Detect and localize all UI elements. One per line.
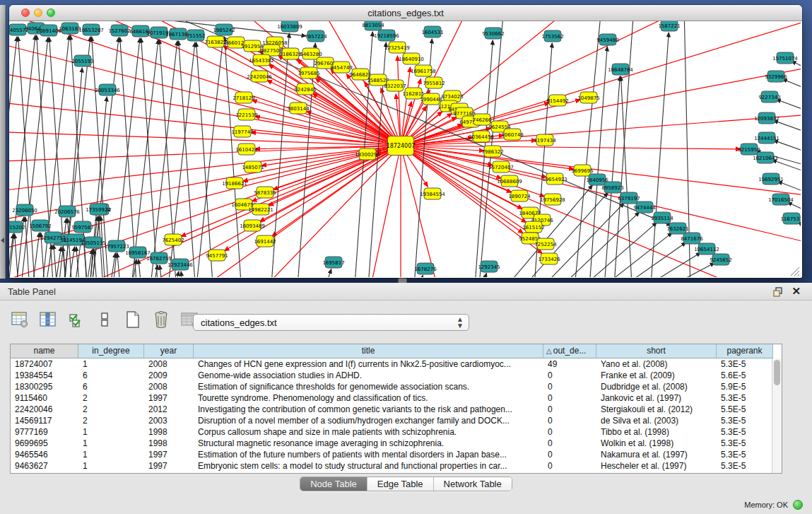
table-cell[interactable]: 2012	[144, 404, 194, 415]
table-cell[interactable]: 0	[543, 415, 596, 426]
table-cell[interactable]: 2009	[144, 370, 194, 381]
table-cell[interactable]: 1998	[144, 426, 194, 438]
table-settings-icon[interactable]	[10, 310, 30, 329]
table-cell[interactable]: 2003	[144, 415, 194, 426]
table-cell[interactable]: 6	[78, 381, 144, 392]
table-cell[interactable]: 6	[78, 370, 144, 381]
table-row[interactable]: 1830029562008Estimation of significance …	[11, 381, 782, 392]
table-cell[interactable]: 0	[543, 426, 596, 438]
table-cell[interactable]: 0	[543, 438, 596, 449]
table-cell[interactable]: Corpus callosum shape and size in male p…	[194, 426, 543, 438]
table-cell[interactable]: 1	[78, 460, 144, 472]
table-cell[interactable]: Wolkin et al. (1998)	[596, 438, 717, 449]
table-cell[interactable]: 14569117	[11, 415, 78, 426]
table-cell[interactable]: 5.3E-5	[717, 392, 773, 404]
table-cell[interactable]: 9463627	[11, 460, 78, 472]
column-header-short[interactable]: short	[596, 344, 717, 358]
table-cell[interactable]: 18724007	[11, 358, 78, 370]
scrollbar-thumb[interactable]	[774, 360, 780, 385]
table-cell[interactable]: Embryonic stem cells: a model to study s…	[194, 460, 543, 472]
row-height-icon[interactable]	[95, 310, 114, 329]
table-cell[interactable]: 2008	[144, 358, 194, 370]
table-row[interactable]: 977716911998Corpus callosum shape and si…	[11, 426, 782, 438]
table-cell[interactable]: 0	[543, 381, 596, 392]
table-cell[interactable]: 0	[543, 449, 596, 460]
table-cell[interactable]: Tourette syndrome. Phenomenology and cla…	[194, 392, 543, 404]
table-cell[interactable]: 9777169	[11, 426, 78, 438]
tab-node-table[interactable]: Node Table	[300, 477, 367, 491]
table-cell[interactable]: 1	[78, 358, 144, 370]
table-cell[interactable]: Estimation of the future numbers of pati…	[194, 449, 543, 460]
window-resize-grip[interactable]	[791, 267, 799, 276]
table-cell[interactable]: Dudbridge et al. (2008)	[596, 381, 717, 392]
table-cell[interactable]: 1	[78, 438, 144, 449]
table-cell[interactable]: 5.6E-5	[717, 370, 773, 381]
table-row[interactable]: 1938455462009Genome-wide association stu…	[11, 370, 782, 381]
table-row[interactable]: 969969511998Structural magnetic resonanc…	[11, 438, 782, 449]
table-cell[interactable]: 5.9E-5	[717, 381, 773, 392]
table-cell[interactable]: 2008	[144, 381, 194, 392]
column-header-year[interactable]: year	[144, 344, 194, 358]
table-cell[interactable]: de Silva et al. (2003)	[596, 415, 717, 426]
column-header-in_degree[interactable]: in_degree	[78, 344, 144, 358]
table-cell[interactable]: Yano et al. (2008)	[596, 358, 717, 370]
float-window-icon[interactable]	[772, 286, 784, 298]
table-cell[interactable]: Stergiakouli et al. (2012)	[596, 404, 717, 415]
table-cell[interactable]: 9115460	[11, 392, 78, 404]
window-titlebar[interactable]: citations_edges.txt	[9, 5, 802, 21]
table-row[interactable]: 1456911722003Disruption of a novel membe…	[11, 415, 782, 426]
table-cell[interactable]: 5.5E-5	[717, 404, 773, 415]
table-cell[interactable]: Nakamura et al. (1997)	[596, 449, 717, 460]
table-cell[interactable]: 22420046	[11, 404, 78, 415]
table-cell[interactable]: Franke et al. (2009)	[596, 370, 717, 381]
table-cell[interactable]: 0	[543, 392, 596, 404]
table-cell[interactable]: 1997	[144, 460, 194, 472]
table-selector[interactable]: citations_edges.txt ▲▼	[193, 314, 469, 331]
column-header-pagerank[interactable]: pagerank	[717, 344, 773, 358]
table-cell[interactable]: 5.3E-5	[717, 438, 773, 449]
table-cell[interactable]: 5.3E-5	[717, 449, 773, 460]
table-row[interactable]: 946554611997Estimation of the future num…	[11, 449, 782, 460]
table-cell[interactable]: 9699695	[11, 438, 78, 449]
table-cell[interactable]: Investigating the contribution of common…	[194, 404, 543, 415]
table-cell[interactable]: Genome-wide association studies in ADHD.	[194, 370, 543, 381]
table-cell[interactable]: Disruption of a novel member of a sodium…	[194, 415, 543, 426]
table-cell[interactable]: 5.3E-5	[717, 460, 773, 472]
table-cell[interactable]: 5.3E-5	[717, 415, 773, 426]
tab-edge-table[interactable]: Edge Table	[367, 477, 434, 491]
delete-table-icon[interactable]	[151, 310, 171, 329]
table-cell[interactable]: Estimation of significance thresholds fo…	[194, 381, 543, 392]
tab-network-table[interactable]: Network Table	[434, 477, 512, 491]
column-header-name[interactable]: name	[11, 344, 78, 358]
table-scrollbar[interactable]	[772, 358, 782, 473]
show-column-icon[interactable]	[38, 310, 58, 329]
table-row[interactable]: 2242004622012Investigating the contribut…	[11, 404, 782, 415]
table-cell[interactable]: Structural magnetic resonance image aver…	[194, 438, 543, 449]
table-cell[interactable]: 0	[543, 460, 596, 472]
collapse-arrow-icon[interactable]	[1, 238, 4, 243]
column-header-out_de[interactable]: △out_de...	[543, 344, 596, 358]
network-graph-view[interactable]: 7163822866012859129541322605898275088186…	[9, 21, 801, 277]
table-cell[interactable]: 2	[78, 392, 144, 404]
table-row[interactable]: 946362711997Embryonic stem cells: a mode…	[11, 460, 782, 472]
table-cell[interactable]: 5.3E-5	[717, 426, 773, 438]
table-cell[interactable]: 1997	[144, 449, 194, 460]
table-row[interactable]: 1872400712008Changes of HCN gene express…	[11, 358, 782, 370]
close-icon[interactable]: ✕	[792, 285, 801, 298]
table-cell[interactable]: 49	[543, 358, 596, 370]
table-row[interactable]: 911546021997Tourette syndrome. Phenomeno…	[11, 392, 782, 404]
table-cell[interactable]: Jankovic et al. (1997)	[596, 392, 717, 404]
network-canvas[interactable]: 7163822866012859129541322605898275088186…	[9, 21, 801, 277]
new-table-icon[interactable]	[123, 310, 143, 329]
table-cell[interactable]: 1997	[144, 392, 194, 404]
table-cell[interactable]: 19384554	[11, 370, 78, 381]
table-cell[interactable]: 0	[543, 404, 596, 415]
select-columns-icon[interactable]	[66, 310, 86, 329]
table-cell[interactable]: 1	[78, 426, 144, 438]
table-cell[interactable]: Tibbo et al. (1998)	[596, 426, 717, 438]
table-cell[interactable]: 5.3E-5	[717, 358, 773, 370]
table-cell[interactable]: 9465546	[11, 449, 78, 460]
table-cell[interactable]: Changes of HCN gene expression and I(f) …	[194, 358, 543, 370]
table-cell[interactable]: 2	[78, 415, 144, 426]
table-cell[interactable]: 1	[78, 449, 144, 460]
